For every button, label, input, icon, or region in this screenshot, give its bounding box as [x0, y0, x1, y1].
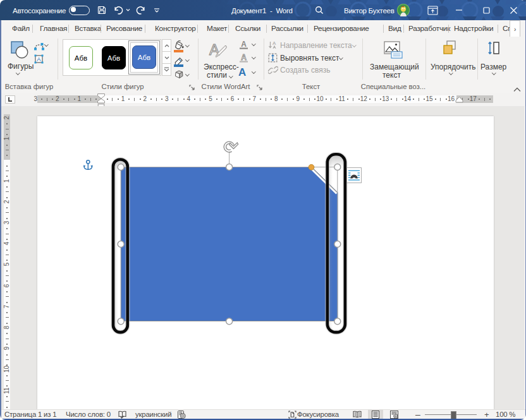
svg-text:А: А	[241, 54, 247, 62]
svg-text:A: A	[37, 56, 41, 63]
svg-text:А: А	[241, 40, 247, 49]
